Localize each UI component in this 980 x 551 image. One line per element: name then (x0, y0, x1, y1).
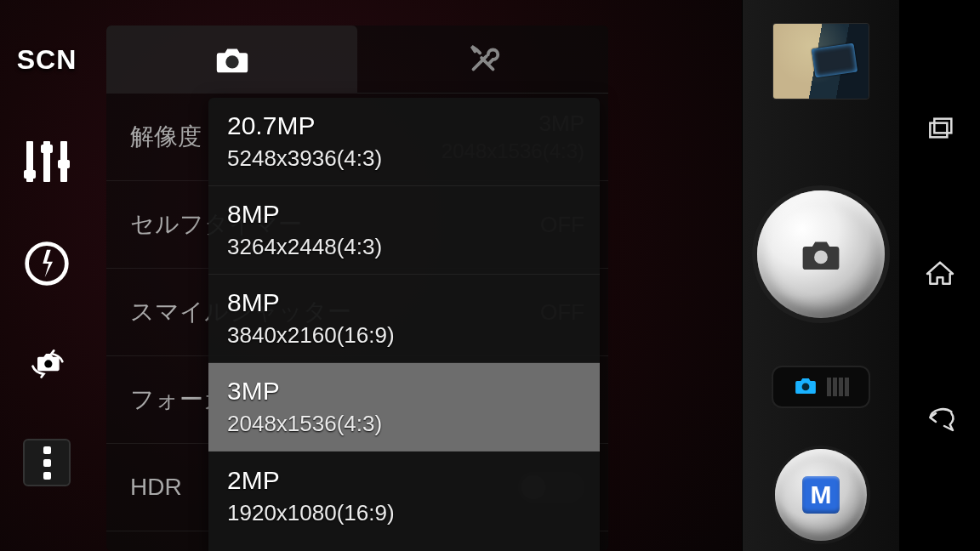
left-sidebar: SCN (0, 0, 94, 551)
svg-point-3 (814, 251, 828, 264)
adjustments-button[interactable] (17, 136, 77, 187)
svg-point-4 (802, 383, 810, 391)
android-navbar (899, 0, 980, 551)
svg-rect-6 (934, 118, 951, 133)
svg-point-2 (225, 55, 238, 68)
setting-label: HDR (130, 474, 182, 501)
flash-button[interactable] (17, 238, 77, 289)
switch-camera-icon (28, 344, 66, 382)
home-button[interactable] (923, 257, 957, 294)
home-icon (923, 257, 957, 291)
shutter-button[interactable] (757, 190, 885, 318)
mode-dial-letter: M (802, 476, 840, 514)
resolution-option-selected[interactable]: 3MP 2048x1536(4:3) (208, 363, 600, 452)
video-mode-icon (827, 378, 849, 396)
tab-camera[interactable] (106, 26, 357, 94)
photo-mode-icon (793, 372, 818, 401)
resolution-popup: 20.7MP 5248x3936(4:3) 8MP 3264x2448(4:3)… (208, 98, 600, 551)
sliders-icon (23, 141, 71, 182)
resolution-option[interactable]: 20.7MP 5248x3936(4:3) (208, 98, 600, 186)
tab-tools[interactable] (357, 26, 608, 94)
photo-video-toggle[interactable] (772, 366, 870, 408)
switch-camera-button[interactable] (16, 340, 77, 386)
resolution-option[interactable]: 8MP 3264x2448(4:3) (208, 186, 600, 275)
camera-icon (213, 40, 252, 79)
recent-apps-button[interactable] (923, 113, 957, 151)
tools-icon (464, 40, 503, 79)
more-button[interactable] (17, 437, 77, 488)
more-icon (23, 439, 71, 486)
flash-off-icon (23, 240, 71, 287)
camera-control-strip: M (742, 0, 899, 551)
back-icon (923, 400, 957, 435)
resolution-option[interactable]: 8MP 3840x2160(16:9) (208, 275, 600, 363)
resolution-option[interactable]: 2MP 1920x1080(16:9) (208, 452, 600, 540)
svg-rect-5 (930, 122, 947, 137)
svg-point-1 (44, 360, 52, 367)
camera-icon (798, 231, 844, 277)
recent-apps-icon (923, 113, 957, 147)
settings-tabs (106, 26, 608, 94)
gallery-thumbnail[interactable] (773, 24, 869, 99)
scene-mode-button[interactable]: SCN (17, 34, 77, 85)
setting-label: 解像度 (130, 121, 202, 153)
back-button[interactable] (923, 400, 957, 438)
mode-dial[interactable]: M (775, 449, 867, 541)
